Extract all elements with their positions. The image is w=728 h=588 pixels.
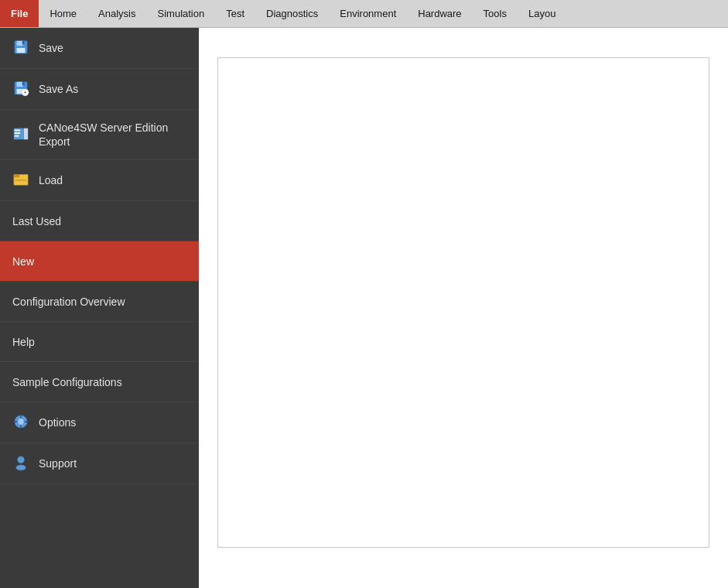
sidebar-item-new[interactable]: New (0, 241, 199, 282)
sidebar-item-label: CANoe4SW Server Edition Export (39, 121, 186, 149)
sidebar-icon-support (12, 454, 31, 473)
sidebar-icon-export (12, 125, 31, 144)
sidebar-item-label: New (12, 255, 34, 268)
svg-point-19 (18, 419, 23, 425)
sidebar-item-configuration-overview[interactable]: Configuration Overview (0, 282, 199, 322)
sidebar-icon-save-as: + (12, 80, 31, 98)
svg-rect-16 (14, 175, 19, 178)
svg-rect-1 (17, 41, 23, 46)
sidebar-item-save-as[interactable]: +Save As (0, 69, 199, 110)
sidebar-item-last-used[interactable]: Last Used (0, 201, 199, 241)
sidebar-icon-save (12, 39, 31, 57)
menu-item-home[interactable]: Home (39, 0, 87, 27)
svg-point-25 (16, 465, 26, 470)
sidebar-item-label: Options (39, 415, 76, 429)
sidebar-icon-load (12, 171, 31, 190)
sidebar-item-label: Support (39, 456, 77, 470)
sidebar-item-label: Last Used (12, 214, 61, 228)
menu-bar: FileHomeAnalysisSimulationTestDiagnostic… (0, 0, 728, 28)
menu-item-diagnostics[interactable]: Diagnostics (255, 0, 329, 27)
menu-item-file[interactable]: File (0, 0, 39, 27)
template-list[interactable] (217, 57, 709, 548)
svg-rect-14 (15, 135, 19, 137)
menu-item-layou[interactable]: Layou (518, 0, 566, 27)
menu-item-analysis[interactable]: Analysis (87, 0, 146, 27)
main-layout: Save+Save AsCANoe4SW Server Edition Expo… (0, 28, 728, 588)
svg-point-24 (17, 456, 24, 463)
content-area (199, 28, 728, 588)
sidebar-icon-options (12, 413, 31, 432)
sidebar-item-sample-configurations[interactable]: Sample Configurations (0, 362, 199, 402)
svg-rect-2 (17, 48, 26, 53)
svg-rect-5 (17, 82, 23, 87)
svg-rect-22 (15, 421, 18, 422)
menu-item-tools[interactable]: Tools (473, 0, 518, 27)
svg-rect-23 (25, 421, 28, 422)
sidebar-item-save[interactable]: Save (0, 28, 199, 69)
sidebar-item-support[interactable]: Support (0, 443, 199, 484)
svg-rect-21 (20, 426, 22, 429)
sidebar-item-label: Save (39, 41, 63, 55)
sidebar: Save+Save AsCANoe4SW Server Edition Expo… (0, 28, 199, 588)
menu-item-simulation[interactable]: Simulation (147, 0, 216, 27)
svg-text:+: + (24, 90, 27, 95)
sidebar-item-label: Save As (39, 82, 78, 96)
svg-rect-12 (15, 130, 20, 132)
menu-item-test[interactable]: Test (215, 0, 255, 27)
sidebar-item-options[interactable]: Options (0, 402, 199, 443)
svg-rect-3 (22, 41, 25, 45)
menu-item-hardware[interactable]: Hardware (407, 0, 472, 27)
svg-rect-20 (20, 415, 22, 419)
sidebar-item-label: Sample Configurations (12, 375, 122, 389)
sidebar-item-canoe4sw-server-edition-export[interactable]: CANoe4SW Server Edition Export (0, 110, 199, 160)
sidebar-item-help[interactable]: Help (0, 322, 199, 362)
svg-rect-7 (22, 82, 25, 86)
sidebar-item-load[interactable]: Load (0, 160, 199, 201)
svg-rect-17 (15, 179, 27, 181)
svg-rect-11 (24, 128, 28, 140)
svg-rect-13 (15, 132, 20, 134)
menu-item-environment[interactable]: Environment (329, 0, 407, 27)
sidebar-item-label: Load (39, 173, 63, 187)
sidebar-item-label: Configuration Overview (12, 295, 125, 309)
sidebar-item-label: Help (12, 335, 35, 349)
